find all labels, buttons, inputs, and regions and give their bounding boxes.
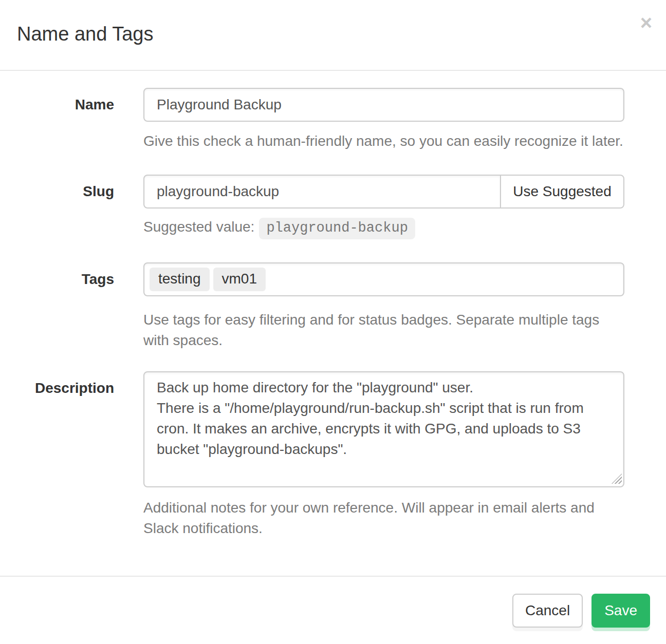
- name-input[interactable]: [143, 88, 624, 122]
- close-icon[interactable]: ×: [640, 12, 652, 33]
- slug-input-group: Use Suggested: [143, 175, 624, 209]
- description-help-text: Additional notes for your own reference.…: [143, 498, 624, 539]
- use-suggested-button[interactable]: Use Suggested: [500, 175, 624, 209]
- tag-chip: testing: [150, 268, 210, 291]
- description-row: Description Back up home directory for t…: [17, 371, 624, 539]
- name-help-text: Give this check a human-friendly name, s…: [143, 131, 624, 151]
- dialog-title: Name and Tags: [17, 24, 649, 44]
- description-label: Description: [17, 371, 114, 399]
- slug-row: Slug Use Suggested Suggested value:playg…: [17, 175, 624, 239]
- dialog-header: Name and Tags ×: [0, 0, 666, 71]
- description-textarea[interactable]: Back up home directory for the "playgrou…: [143, 371, 624, 487]
- save-button[interactable]: Save: [591, 594, 650, 628]
- tags-row: Tags testing vm01 Use tags for easy filt…: [17, 262, 624, 351]
- tags-help-text: Use tags for easy filtering and for stat…: [143, 310, 624, 351]
- tags-input[interactable]: testing vm01: [143, 262, 624, 296]
- name-and-tags-dialog: Name and Tags × Name Give this check a h…: [0, 0, 666, 644]
- slug-input[interactable]: [143, 175, 501, 209]
- name-row: Name Give this check a human-friendly na…: [17, 88, 624, 151]
- name-label: Name: [17, 88, 114, 115]
- suggested-value-prefix: Suggested value:: [143, 219, 254, 235]
- dialog-body: Name Give this check a human-friendly na…: [0, 71, 666, 539]
- slug-label: Slug: [17, 175, 114, 202]
- suggested-value-code: playground-backup: [259, 218, 415, 239]
- slug-help-text: Suggested value:playground-backup: [143, 217, 624, 239]
- cancel-button[interactable]: Cancel: [512, 594, 583, 628]
- dialog-footer: Cancel Save: [0, 576, 666, 643]
- tag-chip: vm01: [213, 268, 266, 291]
- tags-label: Tags: [17, 262, 114, 290]
